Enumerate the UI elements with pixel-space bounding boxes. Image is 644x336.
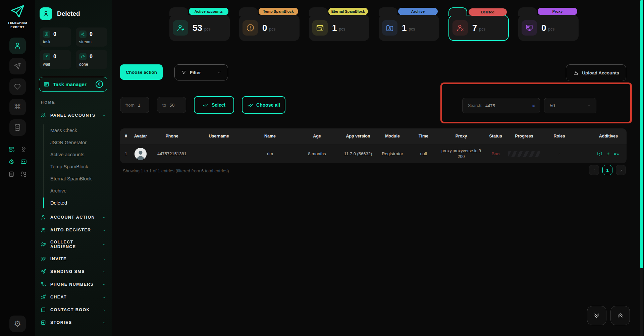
user-list-icon	[40, 241, 46, 247]
filter-dropdown[interactable]: Filter	[174, 64, 228, 80]
sidebar-item-active-accounts[interactable]: Active accounts	[44, 149, 108, 161]
status-card-proxy[interactable]: Proxy 0 pcs	[518, 15, 579, 41]
rail-accounts-button[interactable]	[9, 38, 26, 54]
section-cheat[interactable]: CHEAT	[38, 291, 108, 303]
brand-logo: TELEGRAMEXPERT	[8, 3, 27, 30]
page-size-select[interactable]: 50	[544, 98, 596, 113]
rail-database-button[interactable]	[9, 119, 26, 136]
command-icon: ⌘	[14, 103, 21, 111]
chevron-down-icon	[102, 257, 106, 261]
avatar	[135, 148, 147, 160]
stat-wait: 0 wait	[40, 50, 71, 69]
code-window-icon[interactable]	[20, 158, 27, 166]
sidebar-item-temp-spamblock[interactable]: Temp SpamBlock	[44, 161, 108, 173]
status-card-deleted[interactable]: Deleted 7 pcs	[448, 15, 509, 41]
select-button[interactable]: Select	[194, 96, 234, 114]
scrollbar-track[interactable]	[640, 0, 643, 336]
upload-accounts-button[interactable]: Upload Accounts	[566, 64, 626, 81]
scroll-to-top-button[interactable]	[610, 306, 630, 325]
next-page-button[interactable]	[616, 165, 626, 175]
section-account-action[interactable]: ACCOUNT ACTION	[38, 211, 108, 224]
status-card-badge: Active accounts	[189, 8, 228, 15]
hourglass-icon	[43, 53, 50, 60]
sidebar-item-eternal-spamblock[interactable]: Eternal SpamBlock	[44, 173, 108, 185]
send-icon	[13, 62, 21, 70]
chevron-down-icon	[102, 215, 106, 220]
swap-icon[interactable]	[20, 171, 27, 178]
task-manager-badge: 0	[96, 80, 103, 88]
search-input[interactable]: Search: 4475 ×	[462, 98, 540, 113]
section-collect-audience[interactable]: COLLECT AUDIENCE	[38, 236, 108, 253]
octagon-alert-icon	[243, 20, 258, 36]
section-contact-book[interactable]: CONTACT BOOK	[38, 303, 108, 316]
status-card-archive[interactable]: Archive 1 pcs	[379, 15, 439, 41]
bot-icon[interactable]: ⚙	[8, 158, 15, 166]
cell-proxy: proxy.proxyverse.io:9200	[439, 144, 483, 163]
clear-search-icon[interactable]: ×	[532, 103, 535, 109]
double-chevron-up-icon	[616, 312, 624, 319]
deleted-user-icon	[40, 7, 52, 20]
status-card-eternal-spamblock[interactable]: Eternal SpamBlock 1 pcs	[309, 15, 369, 41]
task-manager-icon	[43, 81, 50, 88]
to-input[interactable]: to 50	[157, 97, 186, 113]
user-heart-icon	[173, 20, 188, 36]
gear-icon: ⚙	[14, 319, 21, 329]
sidebar-item-json-generator[interactable]: JSON Generator	[44, 136, 108, 149]
entries-summary: Showing 1 to 1 of 1 entries (filtered fr…	[123, 168, 229, 173]
telegram-plane-icon	[10, 3, 25, 19]
cell-progress	[508, 144, 540, 163]
from-input[interactable]: from 1	[120, 97, 149, 113]
stat-task: 0 task	[40, 27, 71, 47]
gem-icon	[13, 82, 21, 91]
rail-command-button[interactable]: ⌘	[9, 99, 26, 115]
status-card-active-accounts[interactable]: Active accounts 53 pcs	[169, 15, 230, 41]
server-check-icon[interactable]	[8, 146, 15, 153]
card-tab	[518, 7, 537, 16]
sidebar-item-deleted[interactable]: Deleted	[44, 197, 108, 209]
notebook-icon	[40, 307, 46, 313]
current-page-button[interactable]: 1	[602, 165, 612, 175]
main-content: Active accounts 53 pcs Temp SpamBlock 0 …	[112, 0, 644, 336]
task-manager-button[interactable]: Task manager 0	[39, 77, 107, 92]
scrollbar-thumb[interactable]	[640, 0, 643, 268]
page-title: Deleted	[57, 10, 80, 17]
proxy-monitor-icon	[522, 20, 537, 36]
send-icon	[40, 269, 46, 275]
section-sending-sms[interactable]: SENDING SMS	[38, 265, 108, 278]
section-invite[interactable]: INVITE	[38, 253, 108, 265]
card-tab	[239, 7, 258, 16]
double-chevron-down-icon	[593, 312, 600, 319]
prev-page-button[interactable]	[589, 165, 599, 175]
double-check-icon	[203, 102, 209, 108]
cell-additives: ♂	[579, 144, 627, 163]
rail-gem-button[interactable]	[9, 78, 26, 95]
table-row[interactable]: 1 447572151381 rim 8 months 11.7.0 (5663…	[120, 144, 627, 163]
brand-text: TELEGRAMEXPERT	[8, 21, 27, 30]
status-cards-row: Active accounts 53 pcs Temp SpamBlock 0 …	[169, 15, 579, 41]
section-stories[interactable]: STORIES	[38, 316, 108, 329]
choose-action-button[interactable]: Choose action	[120, 64, 163, 80]
status-card-temp-spamblock[interactable]: Temp SpamBlock 0 pcs	[239, 15, 300, 41]
sidebar-item-archive[interactable]: Archive	[44, 185, 108, 197]
checklist-icon	[43, 31, 50, 38]
webcam-icon[interactable]	[20, 146, 27, 153]
user-x-icon	[452, 20, 468, 36]
download-tray-icon	[573, 70, 579, 76]
notes-check-icon[interactable]	[8, 171, 15, 178]
rail-send-button[interactable]	[9, 58, 26, 74]
people-icon	[40, 112, 46, 118]
card-tab	[169, 7, 188, 16]
key-icon	[613, 151, 619, 157]
cell-name: rim	[245, 144, 295, 163]
stat-stream: 0 stream	[76, 27, 107, 47]
sidebar-item-mass-check[interactable]: Mass Check	[44, 124, 108, 136]
choose-all-button[interactable]: Choose all	[242, 96, 285, 114]
section-panel-accounts[interactable]: PANEL ACCOUNTS	[38, 109, 108, 122]
scroll-to-bottom-button[interactable]	[587, 306, 606, 325]
chevron-down-icon	[102, 295, 106, 299]
section-auto-register[interactable]: AUTO-REGISTER	[38, 224, 108, 236]
chevron-down-icon	[102, 242, 106, 247]
rail-settings-button[interactable]: ⚙	[9, 316, 26, 332]
chevron-down-icon	[217, 70, 222, 75]
section-phone-numbers[interactable]: PHONE NUMBERS	[38, 278, 108, 291]
